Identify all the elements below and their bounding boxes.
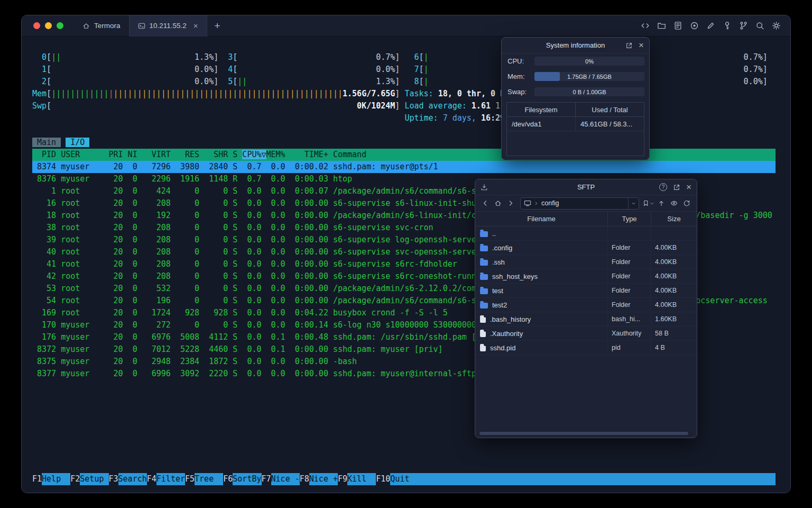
sftp-row[interactable]: .XauthorityXauthority58 B	[475, 326, 697, 341]
folder-icon	[480, 288, 488, 294]
swap-value: 0 B / 1.00GB	[534, 87, 644, 96]
bookmark-button[interactable]	[642, 197, 655, 210]
key-icon[interactable]	[723, 21, 732, 30]
branch-icon[interactable]	[739, 21, 748, 30]
fnaction-nice-[interactable]: Nice +	[309, 473, 338, 485]
column-size[interactable]: Size	[651, 212, 697, 226]
refresh-button[interactable]	[680, 197, 693, 210]
close-icon[interactable]: ×	[686, 183, 691, 192]
fnkey-f9: F9	[338, 473, 347, 485]
file-name: .Xauthority	[490, 330, 523, 338]
edit-icon[interactable]	[706, 21, 715, 30]
upload-up-button[interactable]	[655, 197, 668, 210]
filesystem-table-header: Filesystem Used / Total	[507, 103, 644, 117]
filesystem-table: Filesystem Used / Total /dev/vda1 45.61G…	[506, 102, 644, 156]
zoom-window-button[interactable]	[57, 22, 63, 29]
file-name: sshd.pid	[490, 344, 515, 352]
breadcrumb-segment[interactable]: config	[541, 199, 559, 207]
htop-process-row-selected[interactable]: 8374 myuser 20 0 7296 3980 2840 S 0.7 0.…	[32, 161, 776, 173]
file-name: ..	[492, 230, 496, 238]
sftp-column-headers: Filename Type Size	[475, 212, 697, 226]
fnaction-search[interactable]: Search	[118, 473, 147, 485]
fnaction-help[interactable]: Help	[42, 473, 70, 485]
fnkey-f5: F5	[185, 473, 195, 485]
sftp-row[interactable]: sshd.pidpid4 B	[475, 341, 697, 355]
file-type: pid	[607, 341, 651, 355]
folder-icon	[480, 303, 488, 309]
htop-cpu-meter-row-1: 0[|| 1.3%] 3[ 0.7%] 6[| 0.7%]	[32, 51, 776, 64]
tab-home[interactable]: Termora	[74, 15, 129, 37]
mem-value: 1.75GB / 7.65GB	[534, 72, 644, 81]
htop-memory-meter: Mem[||||||||||||||||||||||||||||||||||||…	[32, 88, 776, 100]
file-type: Folder	[607, 284, 651, 297]
fs-col-filesystem[interactable]: Filesystem	[507, 103, 575, 116]
swap-progressbar: 0 B / 1.00GB	[534, 87, 644, 96]
file-size: 4 B	[651, 341, 697, 355]
open-in-window-icon[interactable]	[625, 42, 633, 49]
folder-icon[interactable]	[657, 21, 666, 30]
cpu-label: CPU:	[508, 57, 534, 65]
column-filename[interactable]: Filename	[475, 212, 607, 226]
fnkey-f7: F7	[262, 473, 271, 485]
sftp-row[interactable]: test2Folder4.00KB	[475, 298, 697, 312]
file-size: 4.00KB	[651, 284, 697, 297]
tab-home-label: Termora	[94, 22, 121, 30]
fnkey-f10: F10	[376, 473, 390, 485]
path-breadcrumb[interactable]: config	[520, 197, 639, 210]
fnkey-f2: F2	[70, 473, 80, 485]
home-button[interactable]	[492, 197, 504, 210]
fnbar-filler	[419, 473, 776, 485]
show-hidden-eye-button[interactable]	[668, 197, 680, 210]
swap-usage-row: Swap: 0 B / 1.00GB	[502, 84, 649, 99]
filesystem-row[interactable]: /dev/vda1 45.61GB / 58.3...	[507, 117, 644, 131]
minimize-window-button[interactable]	[45, 22, 52, 29]
search-icon[interactable]	[755, 21, 764, 30]
fnaction-quit[interactable]: Quit	[390, 473, 419, 485]
column-type[interactable]: Type	[607, 212, 651, 226]
sftp-row[interactable]: .sshFolder4.00KB	[475, 255, 697, 269]
toolbar-icons	[641, 21, 790, 30]
file-type: Folder	[607, 298, 651, 312]
sftp-row[interactable]: ssh_host_keysFolder4.00KB	[475, 269, 697, 284]
sftp-row[interactable]: .configFolder4.00KB	[475, 241, 697, 255]
app-window: Termora 10.211.55.2 × + 0[|| 1.3%]	[21, 15, 791, 493]
tab-ssh-session[interactable]: 10.211.55.2 ×	[129, 15, 207, 37]
fnaction-filter[interactable]: Filter	[156, 473, 185, 485]
record-icon[interactable]	[690, 21, 699, 30]
new-tab-button[interactable]: +	[207, 20, 228, 32]
log-icon[interactable]	[673, 21, 682, 30]
fnaction-sortby[interactable]: SortBy	[233, 473, 261, 485]
help-icon[interactable]: ?	[659, 183, 667, 191]
fnkey-f3: F3	[109, 473, 118, 485]
close-window-button[interactable]	[33, 22, 40, 29]
swap-label: Swap:	[508, 88, 534, 96]
sftp-row[interactable]: testFolder4.00KB	[475, 284, 697, 298]
fnaction-nice-[interactable]: Nice -	[271, 473, 300, 485]
horizontal-scrollbar[interactable]	[478, 431, 694, 436]
file-size: 4.00KB	[651, 241, 697, 255]
code-icon[interactable]	[641, 21, 650, 30]
fnaction-tree[interactable]: Tree	[195, 473, 223, 485]
htop-screen-tabs[interactable]: Main I/O	[32, 137, 776, 149]
open-in-window-icon[interactable]	[673, 184, 680, 191]
fnaction-kill[interactable]: Kill	[347, 473, 376, 485]
chevron-down-icon[interactable]	[628, 198, 639, 209]
forward-button[interactable]	[504, 197, 517, 210]
computer-icon	[524, 199, 531, 207]
back-button[interactable]	[479, 197, 492, 210]
scrollbar-thumb[interactable]	[479, 432, 688, 435]
mem-label: Mem:	[508, 72, 534, 80]
close-icon[interactable]: ×	[639, 41, 644, 50]
settings-icon[interactable]	[772, 21, 781, 30]
fs-col-used-total[interactable]: Used / Total	[575, 103, 644, 116]
file-name: .ssh	[492, 258, 505, 266]
htop-table-header[interactable]: PID USER PRI NI VIRT RES SHR S CPU%▽MEM%…	[32, 149, 776, 161]
fnkey-f6: F6	[223, 473, 233, 485]
sftp-row[interactable]: ..	[475, 226, 697, 241]
file-size	[651, 226, 697, 240]
file-size: 4.00KB	[651, 255, 697, 269]
tab-close-icon[interactable]: ×	[193, 21, 198, 30]
sftp-row[interactable]: .bash_historybash_hi...1.60KB	[475, 312, 697, 326]
download-transfers-icon[interactable]	[481, 184, 488, 191]
fnaction-setup[interactable]: Setup	[80, 473, 108, 485]
